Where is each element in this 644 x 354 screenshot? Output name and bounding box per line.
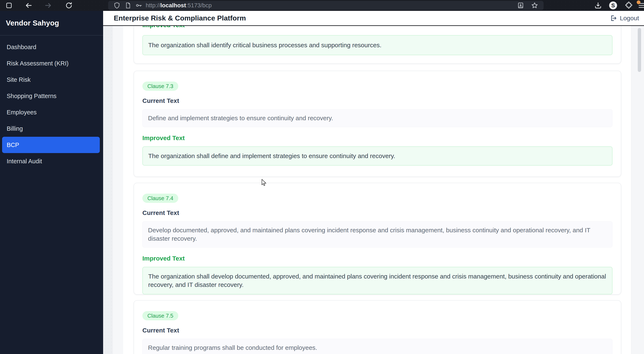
left-gutter: [103, 26, 113, 354]
mouse-cursor: [262, 179, 267, 187]
scrollbar-thumb[interactable]: [638, 28, 641, 72]
brand-title: Vendor Sahyog: [0, 11, 103, 36]
sidebar-item-dashboard[interactable]: Dashboard: [2, 39, 100, 55]
current-text-label: Current Text: [142, 327, 612, 334]
downloads-icon[interactable]: [594, 2, 602, 10]
sidebar-item-internal-audit[interactable]: Internal Audit: [2, 153, 100, 169]
forward-icon: [44, 2, 52, 10]
improved-text-label: Improved Text: [142, 255, 612, 262]
clause-card-7-4: Clause 7.4 Current Text Develop document…: [134, 183, 621, 295]
reload-icon[interactable]: [65, 2, 73, 9]
logout-button[interactable]: Logout: [610, 15, 639, 22]
sidebar-item-risk-assessment[interactable]: Risk Assessment (KRI): [2, 55, 100, 72]
sidebar-item-shopping-patterns[interactable]: Shopping Patterns: [2, 88, 100, 104]
sidebar-item-billing[interactable]: Billing: [2, 120, 100, 137]
sidebar-item-site-risk[interactable]: Site Risk: [2, 72, 100, 88]
back-icon[interactable]: [25, 2, 32, 10]
shield-icon[interactable]: [114, 2, 120, 9]
key-icon: [135, 2, 142, 9]
clause-badge: Clause 7.5: [142, 311, 178, 320]
improved-text-label: Improved Text: [142, 134, 612, 142]
bookmark-star-icon[interactable]: [531, 2, 538, 9]
improved-text-value: The organization shall develop documente…: [148, 273, 606, 288]
save-page-icon[interactable]: [517, 2, 524, 9]
page-title: Enterprise Risk & Compliance Platform: [114, 14, 246, 22]
extensions-puzzle-icon[interactable]: [625, 2, 632, 9]
improved-text-value: The organization shall define and implem…: [148, 152, 395, 159]
main-content: Improved Text The organization shall ide…: [103, 26, 644, 354]
browser-toolbar: http://localhost:5173/bcp S: [0, 0, 644, 11]
improved-text-box: The organization shall identify critical…: [142, 35, 612, 55]
clause-card-7-3: Clause 7.3 Current Text Define and imple…: [134, 71, 621, 177]
url-bar[interactable]: http://localhost:5173/bcp: [108, 1, 544, 10]
sidebar-toggle-icon[interactable]: [6, 2, 12, 9]
url-text[interactable]: http://localhost:5173/bcp: [146, 2, 212, 9]
current-text-label: Current Text: [142, 97, 612, 105]
url-path: :5173/bcp: [186, 2, 212, 9]
current-text-box: Develop documented, approved, and mainta…: [142, 221, 612, 248]
screen: http://localhost:5173/bcp S Vendor Sahyo…: [0, 0, 644, 354]
logout-icon: [610, 15, 617, 22]
current-text-value: Regular training programs shall be condu…: [148, 344, 317, 351]
improved-text-box: The organization shall define and implem…: [142, 146, 612, 165]
current-text-label: Current Text: [142, 209, 612, 217]
s-badge-letter: S: [611, 2, 615, 9]
logout-label: Logout: [620, 15, 639, 22]
improved-text-label: Improved Text: [142, 26, 185, 29]
clause-card-7-5: Clause 7.5 Current Text Regular training…: [134, 300, 621, 354]
scrollbar-track[interactable]: [631, 26, 644, 354]
current-text-value: Develop documented, approved, and mainta…: [148, 227, 590, 242]
sidebar-nav: Dashboard Risk Assessment (KRI) Site Ris…: [0, 39, 103, 169]
clause-card-partial: Improved Text The organization shall ide…: [134, 26, 621, 64]
url-host: localhost: [160, 2, 186, 9]
current-text-box: Define and implement strategies to ensur…: [142, 109, 612, 127]
url-protocol: http://: [146, 2, 160, 9]
sidebar-item-employees[interactable]: Employees: [2, 104, 100, 120]
app-header: Enterprise Risk & Compliance Platform Lo…: [103, 11, 644, 26]
current-text-value: Define and implement strategies to ensur…: [148, 115, 333, 121]
current-text-box: Regular training programs shall be condu…: [142, 339, 612, 354]
sidebar-item-bcp[interactable]: BCP: [2, 137, 100, 153]
extension-s-badge-icon[interactable]: S: [609, 2, 617, 10]
page-info-icon[interactable]: [125, 2, 131, 9]
improved-text-value: The organization shall identify critical…: [148, 41, 382, 49]
improved-text-box: The organization shall develop documente…: [142, 267, 612, 294]
sidebar: Vendor Sahyog Dashboard Risk Assessment …: [0, 11, 103, 354]
clause-badge: Clause 7.3: [142, 82, 178, 91]
menu-notification-dot: [637, 1, 640, 4]
left-gutter-inner: [113, 26, 123, 354]
clause-badge: Clause 7.4: [142, 194, 178, 203]
